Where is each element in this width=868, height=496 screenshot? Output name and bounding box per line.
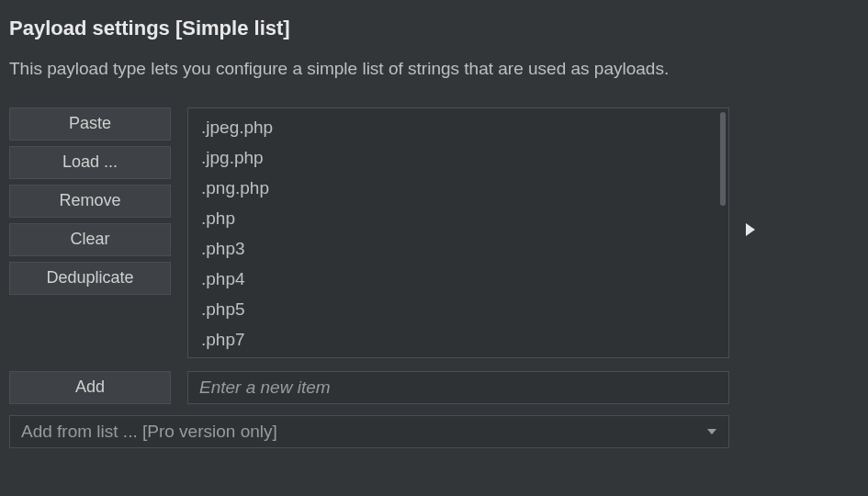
list-item[interactable]: .php4 [201,264,728,294]
load-button[interactable]: Load ... [9,146,171,179]
payload-list-inner: .jpeg.php .jpg.php .png.php .php .php3 .… [188,108,728,358]
expand-right-icon[interactable] [746,223,755,236]
list-item[interactable]: .png.php [201,173,728,203]
list-item[interactable]: .php7 [201,324,728,355]
list-item[interactable]: .php3 [201,233,728,264]
paste-button[interactable]: Paste [9,107,171,141]
new-item-input[interactable] [187,371,729,404]
clear-button[interactable]: Clear [9,223,171,256]
panel-title: Payload settings [Simple list] [9,17,859,40]
add-row: Add [9,371,859,404]
payload-list-wrap: .jpeg.php .jpg.php .png.php .php .php3 .… [187,107,729,358]
payload-main-row: Paste Load ... Remove Clear Deduplicate … [9,107,859,358]
scrollbar[interactable] [720,112,726,206]
list-item[interactable]: .php5 [201,294,728,324]
panel-description: This payload type lets you configure a s… [9,57,859,82]
add-from-list-dropdown[interactable]: Add from list ... [Pro version only] [9,415,729,448]
list-item[interactable]: .jpeg.php [201,112,728,142]
add-button[interactable]: Add [9,371,171,404]
action-button-column: Paste Load ... Remove Clear Deduplicate [9,107,171,295]
list-item[interactable]: .jpg.php [201,142,728,173]
deduplicate-button[interactable]: Deduplicate [9,262,171,295]
dropdown-label: Add from list ... [Pro version only] [21,422,277,442]
remove-button[interactable]: Remove [9,185,171,218]
chevron-down-icon [706,428,717,435]
payload-list-box[interactable]: .jpeg.php .jpg.php .png.php .php .php3 .… [187,107,729,358]
list-item[interactable]: .php [201,203,728,233]
